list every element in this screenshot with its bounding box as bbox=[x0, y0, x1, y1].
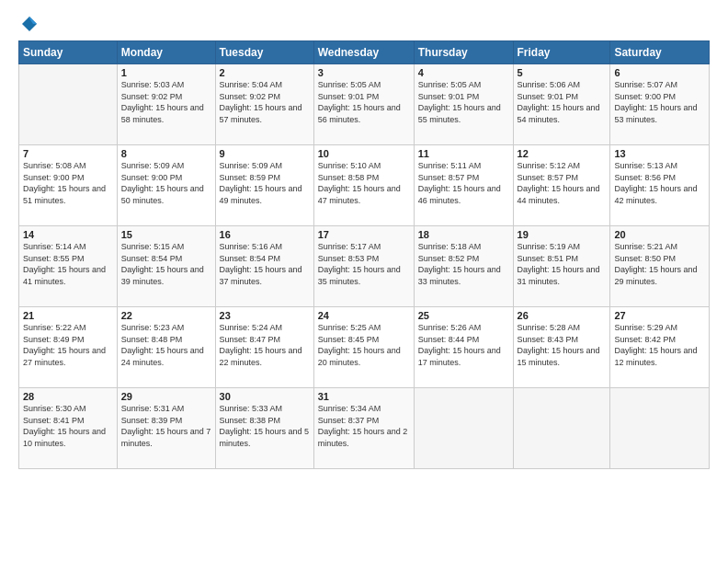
day-number: 9 bbox=[220, 148, 310, 159]
calendar-cell: 23Sunrise: 5:24 AMSunset: 8:47 PMDayligh… bbox=[215, 307, 313, 388]
calendar-cell: 31Sunrise: 5:34 AMSunset: 8:37 PMDayligh… bbox=[313, 388, 414, 469]
day-number: 13 bbox=[614, 148, 705, 159]
day-number: 17 bbox=[318, 229, 410, 240]
day-number: 28 bbox=[23, 391, 113, 402]
weekday-header-row: SundayMondayTuesdayWednesdayThursdayFrid… bbox=[19, 41, 710, 64]
day-number: 24 bbox=[318, 310, 410, 321]
calendar-cell: 8Sunrise: 5:09 AMSunset: 9:00 PMDaylight… bbox=[117, 145, 215, 226]
day-info: Sunrise: 5:16 AMSunset: 8:54 PMDaylight:… bbox=[220, 241, 310, 287]
calendar-cell: 7Sunrise: 5:08 AMSunset: 9:00 PMDaylight… bbox=[19, 145, 118, 226]
day-info: Sunrise: 5:21 AMSunset: 8:50 PMDaylight:… bbox=[614, 241, 705, 287]
day-number: 11 bbox=[418, 148, 509, 159]
calendar-cell: 6Sunrise: 5:07 AMSunset: 9:00 PMDaylight… bbox=[610, 64, 710, 145]
calendar-cell: 15Sunrise: 5:15 AMSunset: 8:54 PMDayligh… bbox=[117, 226, 215, 307]
day-info: Sunrise: 5:08 AMSunset: 9:00 PMDaylight:… bbox=[23, 160, 113, 206]
day-number: 29 bbox=[121, 391, 211, 402]
calendar-week-3: 14Sunrise: 5:14 AMSunset: 8:55 PMDayligh… bbox=[19, 226, 710, 307]
day-info: Sunrise: 5:28 AMSunset: 8:43 PMDaylight:… bbox=[518, 322, 607, 368]
day-number: 27 bbox=[614, 310, 705, 321]
day-number: 1 bbox=[121, 67, 211, 78]
day-number: 4 bbox=[418, 67, 509, 78]
calendar-week-5: 28Sunrise: 5:30 AMSunset: 8:41 PMDayligh… bbox=[19, 388, 710, 469]
calendar-cell: 22Sunrise: 5:23 AMSunset: 8:48 PMDayligh… bbox=[117, 307, 215, 388]
calendar-cell: 4Sunrise: 5:05 AMSunset: 9:01 PMDaylight… bbox=[414, 64, 513, 145]
day-info: Sunrise: 5:22 AMSunset: 8:49 PMDaylight:… bbox=[23, 322, 113, 368]
calendar-cell bbox=[414, 388, 513, 469]
day-info: Sunrise: 5:09 AMSunset: 8:59 PMDaylight:… bbox=[220, 160, 310, 206]
calendar-cell bbox=[513, 388, 610, 469]
calendar-cell: 25Sunrise: 5:26 AMSunset: 8:44 PMDayligh… bbox=[414, 307, 513, 388]
calendar-cell: 10Sunrise: 5:10 AMSunset: 8:58 PMDayligh… bbox=[313, 145, 414, 226]
day-number: 22 bbox=[121, 310, 211, 321]
calendar-cell: 5Sunrise: 5:06 AMSunset: 9:01 PMDaylight… bbox=[513, 64, 610, 145]
day-number: 18 bbox=[418, 229, 509, 240]
day-number: 10 bbox=[318, 148, 410, 159]
weekday-monday: Monday bbox=[117, 41, 215, 64]
day-info: Sunrise: 5:24 AMSunset: 8:47 PMDaylight:… bbox=[220, 322, 310, 368]
calendar-cell: 20Sunrise: 5:21 AMSunset: 8:50 PMDayligh… bbox=[610, 226, 710, 307]
day-info: Sunrise: 5:19 AMSunset: 8:51 PMDaylight:… bbox=[518, 241, 607, 287]
weekday-tuesday: Tuesday bbox=[215, 41, 313, 64]
day-number: 14 bbox=[23, 229, 113, 240]
day-info: Sunrise: 5:06 AMSunset: 9:01 PMDaylight:… bbox=[518, 79, 607, 125]
calendar-cell: 18Sunrise: 5:18 AMSunset: 8:52 PMDayligh… bbox=[414, 226, 513, 307]
calendar-week-1: 1Sunrise: 5:03 AMSunset: 9:02 PMDaylight… bbox=[19, 64, 710, 145]
day-number: 30 bbox=[220, 391, 310, 402]
day-info: Sunrise: 5:14 AMSunset: 8:55 PMDaylight:… bbox=[23, 241, 113, 287]
day-info: Sunrise: 5:05 AMSunset: 9:01 PMDaylight:… bbox=[318, 79, 410, 125]
calendar-cell: 26Sunrise: 5:28 AMSunset: 8:43 PMDayligh… bbox=[513, 307, 610, 388]
day-info: Sunrise: 5:09 AMSunset: 9:00 PMDaylight:… bbox=[121, 160, 211, 206]
weekday-friday: Friday bbox=[513, 41, 610, 64]
day-number: 23 bbox=[220, 310, 310, 321]
calendar-cell: 1Sunrise: 5:03 AMSunset: 9:02 PMDaylight… bbox=[117, 64, 215, 145]
day-info: Sunrise: 5:18 AMSunset: 8:52 PMDaylight:… bbox=[418, 241, 509, 287]
day-info: Sunrise: 5:11 AMSunset: 8:57 PMDaylight:… bbox=[418, 160, 509, 206]
day-info: Sunrise: 5:12 AMSunset: 8:57 PMDaylight:… bbox=[518, 160, 607, 206]
day-number: 20 bbox=[614, 229, 705, 240]
calendar-cell: 19Sunrise: 5:19 AMSunset: 8:51 PMDayligh… bbox=[513, 226, 610, 307]
weekday-saturday: Saturday bbox=[610, 41, 710, 64]
calendar-cell: 3Sunrise: 5:05 AMSunset: 9:01 PMDaylight… bbox=[313, 64, 414, 145]
header bbox=[18, 15, 710, 33]
day-number: 25 bbox=[418, 310, 509, 321]
day-info: Sunrise: 5:31 AMSunset: 8:39 PMDaylight:… bbox=[121, 403, 211, 449]
day-number: 6 bbox=[614, 67, 705, 78]
calendar-cell: 11Sunrise: 5:11 AMSunset: 8:57 PMDayligh… bbox=[414, 145, 513, 226]
calendar-cell: 30Sunrise: 5:33 AMSunset: 8:38 PMDayligh… bbox=[215, 388, 313, 469]
logo-icon bbox=[20, 15, 39, 33]
day-info: Sunrise: 5:29 AMSunset: 8:42 PMDaylight:… bbox=[614, 322, 705, 368]
day-number: 3 bbox=[318, 67, 410, 78]
day-info: Sunrise: 5:33 AMSunset: 8:38 PMDaylight:… bbox=[220, 403, 310, 449]
day-info: Sunrise: 5:23 AMSunset: 8:48 PMDaylight:… bbox=[121, 322, 211, 368]
day-number: 15 bbox=[121, 229, 211, 240]
day-info: Sunrise: 5:07 AMSunset: 9:00 PMDaylight:… bbox=[614, 79, 705, 125]
calendar-cell: 21Sunrise: 5:22 AMSunset: 8:49 PMDayligh… bbox=[19, 307, 118, 388]
day-info: Sunrise: 5:15 AMSunset: 8:54 PMDaylight:… bbox=[121, 241, 211, 287]
day-number: 26 bbox=[518, 310, 607, 321]
day-info: Sunrise: 5:34 AMSunset: 8:37 PMDaylight:… bbox=[318, 403, 410, 449]
calendar-cell: 17Sunrise: 5:17 AMSunset: 8:53 PMDayligh… bbox=[313, 226, 414, 307]
weekday-wednesday: Wednesday bbox=[313, 41, 414, 64]
day-number: 5 bbox=[518, 67, 607, 78]
calendar-week-2: 7Sunrise: 5:08 AMSunset: 9:00 PMDaylight… bbox=[19, 145, 710, 226]
day-info: Sunrise: 5:05 AMSunset: 9:01 PMDaylight:… bbox=[418, 79, 509, 125]
calendar-cell: 27Sunrise: 5:29 AMSunset: 8:42 PMDayligh… bbox=[610, 307, 710, 388]
day-info: Sunrise: 5:25 AMSunset: 8:45 PMDaylight:… bbox=[318, 322, 410, 368]
day-number: 2 bbox=[220, 67, 310, 78]
calendar-cell: 14Sunrise: 5:14 AMSunset: 8:55 PMDayligh… bbox=[19, 226, 118, 307]
weekday-thursday: Thursday bbox=[414, 41, 513, 64]
day-info: Sunrise: 5:30 AMSunset: 8:41 PMDaylight:… bbox=[23, 403, 113, 449]
day-number: 7 bbox=[23, 148, 113, 159]
day-info: Sunrise: 5:03 AMSunset: 9:02 PMDaylight:… bbox=[121, 79, 211, 125]
calendar-cell: 12Sunrise: 5:12 AMSunset: 8:57 PMDayligh… bbox=[513, 145, 610, 226]
calendar-cell: 24Sunrise: 5:25 AMSunset: 8:45 PMDayligh… bbox=[313, 307, 414, 388]
day-info: Sunrise: 5:13 AMSunset: 8:56 PMDaylight:… bbox=[614, 160, 705, 206]
page: SundayMondayTuesdayWednesdayThursdayFrid… bbox=[0, 0, 728, 563]
day-number: 16 bbox=[220, 229, 310, 240]
day-info: Sunrise: 5:04 AMSunset: 9:02 PMDaylight:… bbox=[220, 79, 310, 125]
calendar-week-4: 21Sunrise: 5:22 AMSunset: 8:49 PMDayligh… bbox=[19, 307, 710, 388]
calendar-cell: 13Sunrise: 5:13 AMSunset: 8:56 PMDayligh… bbox=[610, 145, 710, 226]
calendar-cell: 9Sunrise: 5:09 AMSunset: 8:59 PMDaylight… bbox=[215, 145, 313, 226]
calendar-cell: 28Sunrise: 5:30 AMSunset: 8:41 PMDayligh… bbox=[19, 388, 118, 469]
calendar-cell: 2Sunrise: 5:04 AMSunset: 9:02 PMDaylight… bbox=[215, 64, 313, 145]
